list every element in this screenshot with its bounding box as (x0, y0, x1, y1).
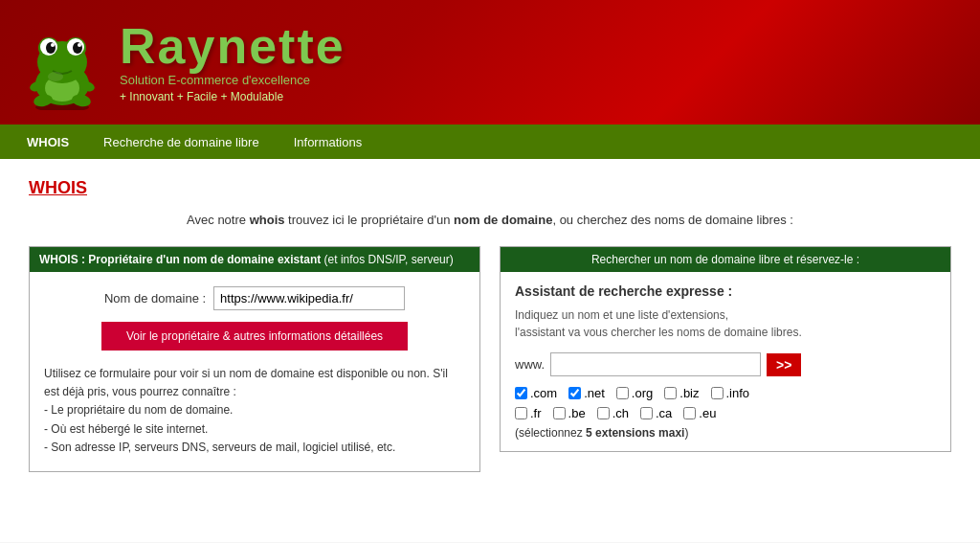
search-panel-body: Assistant de recherche expresse : Indiqu… (501, 272, 950, 451)
nav-bar: WHOIS Recherche de domaine libre Informa… (0, 124, 980, 159)
whois-description: Utilisez ce formulaire pour voir si un n… (44, 365, 465, 457)
main-content: WHOIS Avec notre whois trouvez ici le pr… (0, 159, 980, 542)
ext-com-checkbox[interactable] (515, 387, 527, 399)
domain-label: Nom de domaine : (104, 291, 206, 305)
brand-text: Raynette Solution E-commerce d'excellenc… (120, 21, 345, 103)
search-panel-header: Rechercher un nom de domaine libre et ré… (501, 247, 950, 272)
ext-be-checkbox[interactable] (553, 407, 566, 419)
whois-search-button[interactable]: Voir le propriétaire & autres informatio… (101, 322, 408, 351)
ext-net[interactable]: .net (568, 386, 605, 400)
domain-input[interactable] (213, 286, 405, 310)
svg-point-10 (51, 43, 55, 47)
ext-info[interactable]: .info (711, 386, 750, 400)
ext-org[interactable]: .org (616, 386, 653, 400)
two-columns-layout: WHOIS : Propriétaire d'un nom de domaine… (29, 246, 951, 472)
ext-ca[interactable]: .ca (640, 406, 672, 420)
extensions-row-2: .fr .be .ch .ca (515, 406, 936, 420)
ext-net-checkbox[interactable] (568, 387, 581, 399)
ext-eu[interactable]: .eu (683, 406, 716, 420)
site-header: Raynette Solution E-commerce d'excellenc… (0, 0, 980, 124)
domain-name-input[interactable] (550, 352, 761, 376)
nav-item-whois[interactable]: WHOIS (10, 127, 86, 157)
logo-area: Raynette Solution E-commerce d'excellenc… (19, 14, 345, 110)
ext-com[interactable]: .com (515, 386, 557, 400)
nav-item-informations[interactable]: Informations (277, 127, 380, 157)
ext-biz[interactable]: .biz (664, 386, 699, 400)
www-search-row: www. >> (515, 352, 936, 376)
ext-eu-checkbox[interactable] (683, 407, 696, 419)
search-hint: Indiquez un nom et une liste d'extension… (515, 306, 936, 341)
ext-biz-checkbox[interactable] (664, 387, 677, 399)
frog-logo (19, 14, 105, 110)
brand-tagline: + Innovant + Facile + Modulable (120, 90, 345, 103)
search-panel-title: Assistant de recherche expresse : (515, 283, 936, 299)
select-note: (sélectionnez 5 extensions maxi) (515, 426, 936, 440)
ext-info-checkbox[interactable] (711, 387, 724, 399)
whois-panel-body: Nom de domaine : Voir le propriétaire & … (30, 272, 479, 471)
ext-be[interactable]: .be (553, 406, 586, 420)
svg-point-16 (48, 72, 63, 81)
ext-ca-checkbox[interactable] (640, 407, 653, 419)
page-title: WHOIS (29, 178, 951, 198)
search-go-button[interactable]: >> (767, 353, 801, 376)
nav-item-domain-search[interactable]: Recherche de domaine libre (86, 127, 277, 157)
ext-ch[interactable]: .ch (597, 406, 629, 420)
www-label: www. (515, 357, 545, 372)
whois-panel-header: WHOIS : Propriétaire d'un nom de domaine… (30, 247, 479, 272)
svg-point-11 (78, 43, 81, 47)
ext-fr-checkbox[interactable] (515, 407, 527, 419)
intro-text: Avec notre whois trouvez ici le propriét… (29, 213, 951, 227)
whois-panel: WHOIS : Propriétaire d'un nom de domaine… (29, 246, 480, 472)
ext-fr[interactable]: .fr (515, 406, 542, 420)
ext-org-checkbox[interactable] (616, 387, 629, 399)
extensions-row-1: .com .net .org .biz (515, 386, 936, 400)
brand-subtitle: Solution E-commerce d'excellence (120, 73, 345, 87)
ext-ch-checkbox[interactable] (597, 407, 610, 419)
brand-name: Raynette (120, 21, 345, 71)
domain-search-panel: Rechercher un nom de domaine libre et ré… (500, 246, 951, 452)
domain-field-row: Nom de domaine : (44, 286, 465, 310)
